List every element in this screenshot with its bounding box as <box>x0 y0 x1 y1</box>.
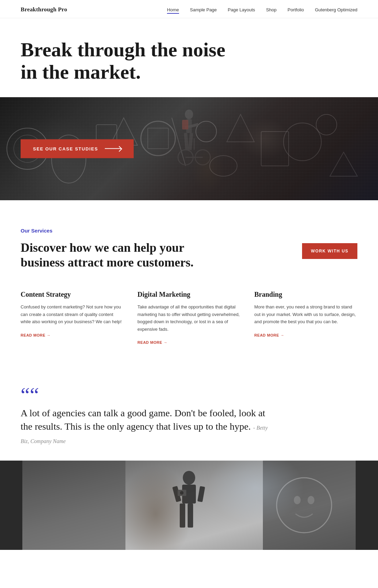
bottom-image-main <box>22 461 356 550</box>
read-more-1[interactable]: READ MORE → <box>137 340 167 344</box>
svg-point-30 <box>277 478 332 533</box>
svg-rect-36 <box>188 504 193 528</box>
services-header: Discover how we can help your business a… <box>21 240 357 270</box>
service-title-1: Digital Marketing <box>137 291 241 298</box>
service-desc-2: More than ever, you need a strong brand … <box>254 303 357 325</box>
service-content-strategy: Content Strategy Confused by content mar… <box>21 291 124 345</box>
bottom-image-right <box>356 461 378 550</box>
service-digital-marketing: Digital Marketing Take advantage of all … <box>137 291 241 345</box>
svg-point-31 <box>294 496 301 504</box>
nav-shop[interactable]: Shop <box>266 7 276 12</box>
read-more-2[interactable]: READ MORE → <box>254 333 284 337</box>
svg-rect-37 <box>172 486 181 502</box>
service-title-2: Branding <box>254 291 357 298</box>
svg-rect-38 <box>197 486 205 502</box>
hero-section: Break through the noise in the market. <box>0 18 378 200</box>
cta-button-block: SEE OUR CASE STUDIES <box>21 139 134 158</box>
service-title-0: Content Strategy <box>21 291 124 298</box>
svg-point-32 <box>308 496 314 504</box>
svg-rect-35 <box>180 504 185 528</box>
svg-rect-27 <box>22 461 356 550</box>
bottom-image-svg <box>22 461 356 550</box>
bottom-image-strip <box>0 461 378 550</box>
testimonial-text: A lot of agencies can talk a good game. … <box>21 406 268 447</box>
svg-rect-34 <box>182 485 196 504</box>
services-label: Our Services <box>21 228 357 234</box>
site-header: Breakthrough Pro Home Sample Page Page L… <box>0 0 378 18</box>
nav-page-layouts[interactable]: Page Layouts <box>228 7 255 12</box>
svg-rect-25 <box>182 120 188 129</box>
quote-mark: ““ <box>21 386 357 403</box>
svg-point-16 <box>185 110 193 119</box>
nav-home[interactable]: Home <box>167 7 179 12</box>
svg-rect-28 <box>22 461 125 550</box>
hero-image: SEE OUR CASE STUDIES <box>0 97 378 200</box>
site-title: Breakthrough Pro <box>21 6 67 13</box>
service-desc-1: Take advantage of all the opportunities … <box>137 303 241 333</box>
service-branding: Branding More than ever, you need a stro… <box>254 291 357 345</box>
services-headline: Discover how we can help your business a… <box>21 240 213 270</box>
services-section: Our Services Discover how we can help yo… <box>0 200 378 366</box>
main-nav: Home Sample Page Page Layouts Shop Portf… <box>167 7 357 12</box>
svg-rect-26 <box>22 461 356 550</box>
work-with-us-button[interactable]: WORK WITH US <box>302 243 357 259</box>
svg-rect-39 <box>178 490 186 496</box>
bottom-image-left <box>0 461 22 550</box>
nav-gutenberg[interactable]: Gutenberg Optimized <box>315 7 357 12</box>
service-desc-0: Confused by content marketing? Not sure … <box>21 303 124 325</box>
nav-portfolio[interactable]: Portfolio <box>288 7 304 12</box>
svg-rect-29 <box>263 461 356 550</box>
hero-text-block: Break through the noise in the market. <box>0 18 378 97</box>
testimonial-section: ““ A lot of agencies can talk a good gam… <box>0 366 378 447</box>
nav-sample-page[interactable]: Sample Page <box>190 7 217 12</box>
arrow-icon <box>105 148 121 149</box>
svg-point-33 <box>183 471 195 485</box>
read-more-0[interactable]: READ MORE → <box>21 333 51 337</box>
see-case-studies-button[interactable]: SEE OUR CASE STUDIES <box>21 139 134 158</box>
services-grid: Content Strategy Confused by content mar… <box>21 291 357 345</box>
svg-point-40 <box>180 491 184 495</box>
hero-headline: Break through the noise in the market. <box>21 39 234 83</box>
